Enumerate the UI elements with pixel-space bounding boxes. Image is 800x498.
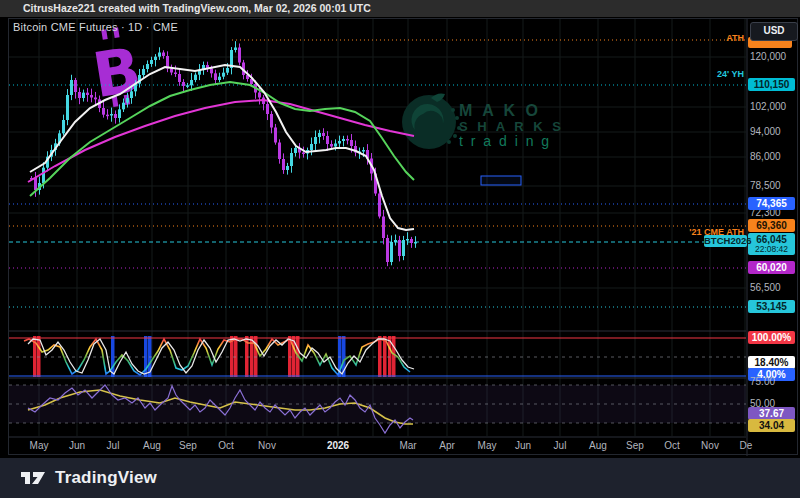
rsi-level-75: 75.00 [750, 376, 798, 387]
price-line-label: 69,360 [748, 219, 795, 232]
price-line-label: 60,020 [748, 261, 795, 274]
symbol-title[interactable]: Bitcoin CME Futures · 1D · CME [13, 21, 178, 33]
price-line-label: 74,365 [748, 197, 795, 210]
rsi-ma-label: 34.04 [748, 419, 795, 432]
price-tick-label: 56,500 [750, 282, 798, 293]
price-tick-label: 86,000 [750, 151, 798, 162]
time-axis-label: Jul [107, 440, 120, 451]
time-axis-label: Nov [701, 440, 719, 451]
tradingview-logo-icon[interactable] [21, 468, 47, 488]
time-axis-label: Apr [439, 440, 455, 451]
price-line-label: 66,04522:08:42 [748, 233, 795, 255]
time-axis-label: Jun [515, 440, 531, 451]
price-tick-label: 94,000 [750, 126, 798, 137]
time-axis-label: Oct [218, 440, 234, 451]
tradingview-screenshot: CitrusHaze221 created with TradingView.c… [0, 0, 800, 498]
rsi-level-50: 50.00 [750, 398, 798, 409]
time-axis-label: Jun [69, 440, 85, 451]
yearly-high-note: 24' YH [684, 69, 744, 79]
footer-bar: TradingView [0, 458, 800, 498]
time-axis-label: Mar [399, 440, 416, 451]
time-axis-label: May [478, 440, 497, 451]
price-line-label: 53,145 [748, 300, 795, 313]
ath-line-note: ATH [684, 33, 744, 43]
time-axis-label: De [740, 440, 753, 451]
currency-toggle-button[interactable]: USD [750, 22, 798, 41]
time-axis-label: Nov [258, 440, 276, 451]
stoch-upper-label: 100.00% [748, 331, 795, 344]
time-axis[interactable]: MayJunJulAugSepOctNov2026MarAprMayJunJul… [0, 437, 800, 456]
contract-tag: BTCH2026 [704, 235, 747, 247]
time-axis-label: Oct [664, 440, 680, 451]
time-axis-label: Aug [143, 440, 161, 451]
price-tick-label: 102,000 [750, 101, 798, 112]
price-axis[interactable]: 120,000102,00094,00086,00078,50072,30056… [747, 18, 800, 437]
time-axis-label: May [30, 440, 49, 451]
time-axis-label: Sep [626, 440, 644, 451]
footer-brand-text[interactable]: TradingView [55, 468, 157, 488]
time-axis-label: Sep [179, 440, 197, 451]
price-tick-label: 78,500 [750, 180, 798, 191]
price-line-label: 110,150 [748, 78, 795, 91]
countdown-timer: 22:08:42 [748, 244, 795, 254]
time-axis-label: 2026 [327, 440, 349, 451]
price-tick-label: 120,000 [750, 51, 798, 62]
time-axis-label: Aug [589, 440, 607, 451]
time-axis-label: Jul [554, 440, 567, 451]
